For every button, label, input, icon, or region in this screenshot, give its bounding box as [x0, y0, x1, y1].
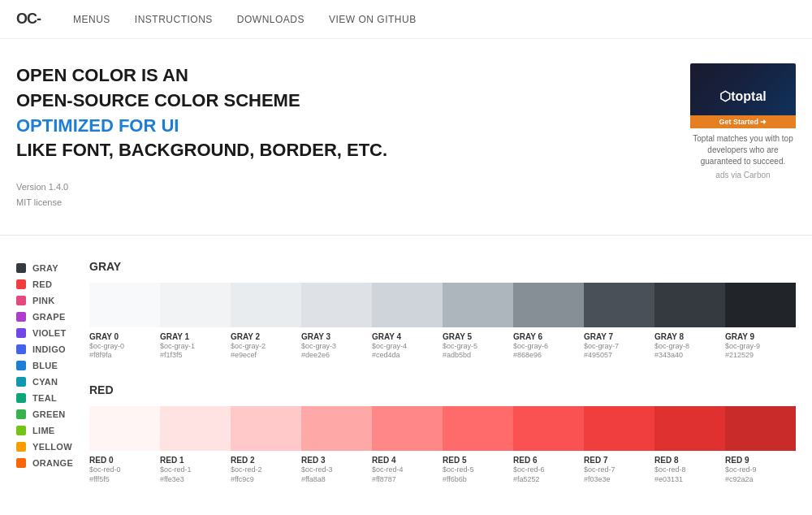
list-item: GRAY 9 $oc-gray-9 #212529	[725, 283, 796, 360]
sidebar-label-yellow: YELLOW	[32, 442, 72, 452]
list-item: RED 7 $oc-red-7 #f03e3e	[584, 406, 654, 483]
swatch-info-red-9: RED 9 $oc-red-9 #c92a2a	[725, 451, 796, 483]
sidebar-item-orange[interactable]: ORANGE	[16, 455, 65, 471]
swatch-var: $oc-gray-3	[301, 341, 372, 352]
list-item: RED 0 $oc-red-0 #fff5f5	[89, 406, 160, 483]
swatch-var: $oc-gray-2	[231, 341, 301, 352]
swatch-hex: #dee2e6	[301, 351, 372, 359]
swatch-name: RED 6	[513, 456, 584, 465]
hero-section: OPEN COLOR IS AN OPEN-SOURCE COLOR SCHEM…	[0, 39, 812, 227]
swatch-hex: #f1f3f5	[160, 351, 231, 359]
main-content: GRAY RED PINK GRAPE VIOLET INDIGO BLUE C…	[0, 244, 812, 515]
list-item: RED 4 $oc-red-4 #ff8787	[372, 406, 443, 483]
swatch-hex: #ff6b6b	[443, 475, 513, 483]
swatch-info-red-0: RED 0 $oc-red-0 #fff5f5	[89, 451, 160, 483]
swatch-color-gray-7	[584, 283, 654, 327]
swatch-info-gray-2: GRAY 2 $oc-gray-2 #e9ecef	[231, 327, 301, 360]
sidebar-item-grape[interactable]: GRAPE	[16, 309, 65, 325]
swatch-hex: #e9ecef	[231, 351, 301, 359]
section-title-gray: GRAY	[89, 260, 796, 273]
swatch-var: $oc-red-5	[443, 465, 513, 475]
version-info: Version 1.4.0 MIT license	[16, 180, 387, 210]
logo[interactable]: OC-	[16, 11, 41, 28]
swatch-var: $oc-red-8	[654, 465, 725, 475]
sidebar-label-violet: VIOLET	[32, 328, 67, 338]
swatch-var: $oc-red-9	[725, 465, 796, 475]
swatch-name: RED 5	[443, 456, 513, 465]
advertisement: ⬡toptal Get Started ➜ Toptal matches you…	[690, 63, 796, 180]
sidebar-item-indigo[interactable]: INDIGO	[16, 341, 65, 357]
swatch-var: $oc-red-3	[301, 465, 372, 475]
swatch-info-red-2: RED 2 $oc-red-2 #ffc9c9	[231, 451, 301, 483]
swatch-var: $oc-red-2	[231, 465, 301, 475]
nav-downloads[interactable]: DOWNLOADS	[237, 14, 304, 25]
swatch-var: $oc-gray-9	[725, 341, 796, 352]
sidebar-item-pink[interactable]: PINK	[16, 292, 65, 309]
color-dot-yellow	[16, 442, 26, 452]
swatch-name: GRAY 0	[89, 332, 160, 341]
sidebar-label-teal: TEAL	[32, 393, 57, 403]
swatch-hex: #ffe3e3	[160, 475, 231, 483]
swatch-color-gray-8	[654, 283, 725, 327]
swatch-name: GRAY 7	[584, 332, 654, 341]
swatch-hex: #fa5252	[513, 475, 584, 483]
list-item: RED 8 $oc-red-8 #e03131	[654, 406, 725, 483]
color-dot-violet	[16, 328, 26, 338]
swatch-row-gray: GRAY 0 $oc-gray-0 #f8f9fa GRAY 1 $oc-gra…	[89, 283, 796, 360]
list-item: GRAY 6 $oc-gray-6 #868e96	[513, 283, 584, 360]
sidebar-item-lime[interactable]: LIME	[16, 422, 65, 439]
swatch-hex: #ced4da	[372, 351, 443, 359]
swatch-color-gray-4	[372, 283, 443, 327]
sidebar-label-lime: LIME	[32, 426, 54, 435]
swatch-color-gray-9	[725, 283, 796, 327]
swatch-name: GRAY 5	[443, 332, 513, 341]
color-dot-teal	[16, 393, 26, 403]
sidebar-item-red[interactable]: RED	[16, 276, 65, 292]
color-dot-lime	[16, 426, 26, 435]
nav-github[interactable]: VIEW ON GITHUB	[329, 14, 417, 25]
swatch-hex: #ff8787	[372, 475, 443, 483]
ad-image[interactable]: ⬡toptal Get Started ➜	[690, 63, 796, 128]
color-dot-indigo	[16, 344, 26, 354]
sidebar-item-green[interactable]: GREEN	[16, 406, 65, 422]
swatch-info-red-1: RED 1 $oc-red-1 #ffe3e3	[160, 451, 231, 483]
swatch-hex: #495057	[584, 351, 654, 359]
color-dot-green	[16, 409, 26, 419]
color-content: GRAY GRAY 0 $oc-gray-0 #f8f9fa GRAY 1 $o…	[81, 260, 812, 508]
sidebar-label-cyan: CYAN	[32, 377, 58, 387]
color-dot-blue	[16, 361, 26, 370]
swatch-name: GRAY 3	[301, 332, 372, 341]
list-item: RED 2 $oc-red-2 #ffc9c9	[231, 406, 301, 483]
swatch-name: RED 7	[584, 456, 654, 465]
swatch-color-red-8	[654, 406, 725, 451]
nav-instructions[interactable]: INSTRUCTIONS	[135, 14, 213, 25]
ad-cta-button[interactable]: Get Started ➜	[690, 115, 796, 128]
color-dot-grape	[16, 312, 26, 322]
sidebar-item-gray[interactable]: GRAY	[16, 260, 65, 276]
swatch-name: RED 8	[654, 456, 725, 465]
sidebar-item-yellow[interactable]: YELLOW	[16, 439, 65, 455]
swatch-color-gray-2	[231, 283, 301, 327]
swatch-hex: #ffc9c9	[231, 475, 301, 483]
sidebar-item-teal[interactable]: TEAL	[16, 390, 65, 406]
swatch-info-gray-5: GRAY 5 $oc-gray-5 #adb5bd	[443, 327, 513, 360]
nav-menus[interactable]: MENUS	[73, 14, 110, 25]
swatch-info-gray-8: GRAY 8 $oc-gray-8 #343a40	[654, 327, 725, 360]
list-item: GRAY 1 $oc-gray-1 #f1f3f5	[160, 283, 231, 360]
swatch-info-red-4: RED 4 $oc-red-4 #ff8787	[372, 451, 443, 483]
swatch-color-red-6	[513, 406, 584, 451]
swatch-name: RED 0	[89, 456, 160, 465]
swatch-name: GRAY 6	[513, 332, 584, 341]
list-item: RED 6 $oc-red-6 #fa5252	[513, 406, 584, 483]
list-item: RED 9 $oc-red-9 #c92a2a	[725, 406, 796, 483]
sidebar-item-cyan[interactable]: CYAN	[16, 374, 65, 390]
swatch-var: $oc-red-7	[584, 465, 654, 475]
sidebar-item-violet[interactable]: VIOLET	[16, 325, 65, 341]
swatch-hex: #c92a2a	[725, 475, 796, 483]
swatch-info-gray-1: GRAY 1 $oc-gray-1 #f1f3f5	[160, 327, 231, 360]
swatch-name: GRAY 9	[725, 332, 796, 341]
sidebar-item-blue[interactable]: BLUE	[16, 357, 65, 374]
swatch-var: $oc-gray-0	[89, 341, 160, 352]
swatch-var: $oc-red-6	[513, 465, 584, 475]
swatch-info-gray-0: GRAY 0 $oc-gray-0 #f8f9fa	[89, 327, 160, 360]
